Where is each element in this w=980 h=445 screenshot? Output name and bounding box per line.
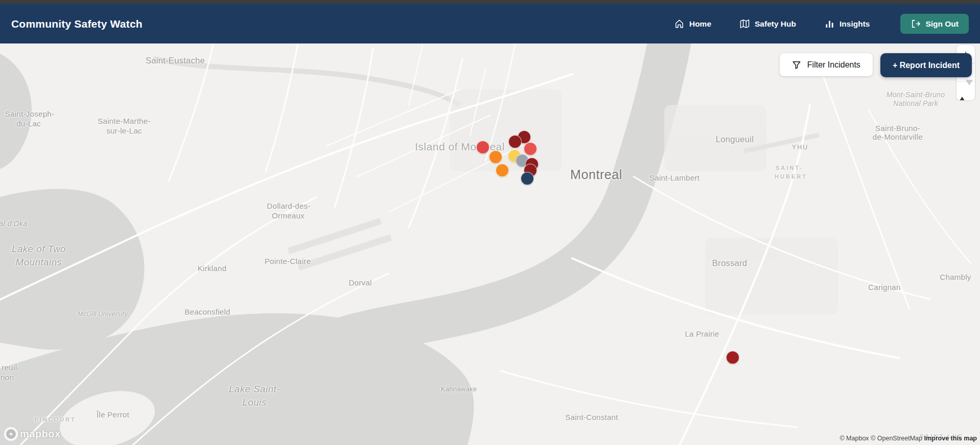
map-label-du-lac: du-Lac <box>16 119 41 128</box>
compass-button[interactable] <box>956 82 975 100</box>
mapbox-logo-icon: ✦ <box>4 427 18 441</box>
map-label-mont-saint-bruno: Mont-Saint-Bruno <box>886 91 945 99</box>
map-attribution: © Mapbox © OpenStreetMap Improve this ma… <box>839 435 977 442</box>
sign-out-icon <box>911 19 920 29</box>
map-label-carignan: Carignan <box>868 283 900 292</box>
incident-marker[interactable] <box>496 164 509 177</box>
map-label-saint-eustache: Saint-Eustache <box>146 56 205 65</box>
map-label-ormeaux: Ormeaux <box>272 211 305 220</box>
map-label-national-park: National Park <box>893 99 938 107</box>
map-label-chambly: Chambly <box>940 273 971 281</box>
incident-marker[interactable] <box>476 141 489 154</box>
map-label-sur-le-lac: sur-le-Lac <box>106 126 142 135</box>
filter-incidents-label: Filter Incidents <box>807 60 860 70</box>
map-label-kahnawake: Kahnawake <box>441 385 477 393</box>
map-label-pointe-claire: Pointe-Claire <box>265 257 311 265</box>
incident-marker[interactable] <box>489 150 502 164</box>
map-label-lake-saint: Lake Saint- <box>229 384 280 395</box>
improve-this-map-link[interactable]: Improve this map <box>924 435 977 442</box>
map-label-kirkland: Kirkland <box>198 264 227 273</box>
map-label-al-d-oka: al d'Oka <box>0 219 28 228</box>
mapbox-attribution-link[interactable]: © Mapbox <box>839 435 869 442</box>
map-label-saint-bruno: Saint-Bruno- <box>875 124 920 132</box>
incident-marker[interactable] <box>524 142 537 155</box>
map-toolbar: Filter Incidents + Report Incident <box>780 53 972 77</box>
map-icon <box>740 19 750 29</box>
nav-item-home[interactable]: Home <box>674 19 711 29</box>
map-label-louis: Louis <box>242 397 266 408</box>
mapbox-logo-text: mapbox <box>20 428 61 440</box>
map-label-brossard: Brossard <box>712 258 747 268</box>
map-label-reuil: reuil- <box>2 363 19 372</box>
filter-incidents-button[interactable]: Filter Incidents <box>780 53 873 76</box>
report-incident-button[interactable]: + Report Incident <box>880 53 972 77</box>
incident-marker[interactable] <box>521 172 534 185</box>
map-label-longueuil: Longueuil <box>716 135 754 144</box>
nav-item-safety-hub[interactable]: Safety Hub <box>740 19 796 29</box>
map-label-mcgill-university: McGill University <box>78 310 128 318</box>
map-label-saint-lambert: Saint-Lambert <box>649 173 699 182</box>
map-label-beaconsfield: Beaconsfield <box>184 307 230 316</box>
mapbox-logo[interactable]: ✦ mapbox <box>4 427 61 441</box>
map-label-dollard-des: Dollard-des- <box>267 202 310 210</box>
map-geography <box>0 43 980 445</box>
app-header: Community Safety Watch Home Safety Hub I… <box>0 4 980 43</box>
filter-icon <box>792 60 801 70</box>
map-label-mountains: Mountains <box>16 257 62 268</box>
map-label-montreal: Montreal <box>570 167 622 182</box>
nav-item-label: Insights <box>839 19 870 29</box>
map-label-de-montarville: de-Montarville <box>873 132 923 141</box>
map-label-lake-of-two: Lake of Two <box>12 243 66 255</box>
compass-icon-south <box>966 80 973 97</box>
app-title: Community Safety Watch <box>11 18 143 30</box>
incident-marker[interactable] <box>726 351 739 364</box>
sign-out-label: Sign Out <box>925 19 959 29</box>
home-icon <box>674 19 684 29</box>
nav-item-label: Home <box>689 19 711 29</box>
map-label-le-perrot: Île Perrot <box>97 410 129 419</box>
map-canvas[interactable]: Saint-EustacheSaint-Joseph-du-LacSainte-… <box>0 43 980 445</box>
bar-chart-icon <box>825 19 834 29</box>
map-label-yhu: YHU <box>792 144 808 151</box>
sign-out-button[interactable]: Sign Out <box>900 14 969 34</box>
main-nav: Home Safety Hub Insights Sign Out <box>674 14 969 34</box>
map-label-rion: rion <box>1 373 14 382</box>
map-label-dorval: Dorval <box>348 278 371 287</box>
map-label-la-prairie: La Prairie <box>685 329 719 338</box>
nav-item-label: Safety Hub <box>755 19 796 29</box>
top-strip <box>0 0 980 4</box>
map-label-saint: SAINT- <box>776 165 803 171</box>
compass-icon <box>959 85 966 100</box>
map-label-hubert: HUBERT <box>775 173 807 180</box>
openstreetmap-attribution-link[interactable]: © OpenStreetMap <box>871 435 922 442</box>
map-label-sainte-marthe: Sainte-Marthe- <box>98 117 150 125</box>
incident-marker[interactable] <box>508 135 522 148</box>
map-label-saint-constant: Saint-Constant <box>565 413 618 421</box>
map-label-saint-joseph: Saint-Joseph- <box>5 109 54 118</box>
map-label-pincourt: PINCOURT <box>34 416 76 422</box>
nav-item-insights[interactable]: Insights <box>825 19 870 29</box>
